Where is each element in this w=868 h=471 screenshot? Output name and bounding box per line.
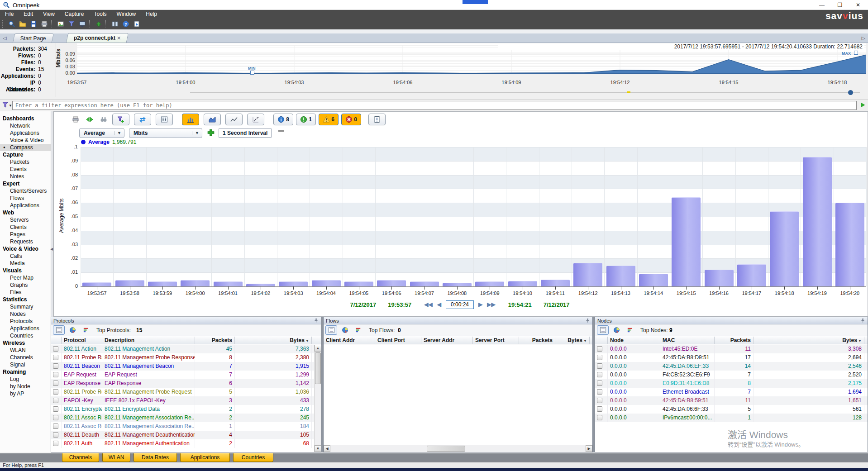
chart-bar-19:53:58[interactable] (115, 280, 144, 286)
scroll-up-icon[interactable]: ▲ (315, 345, 321, 352)
menu-item-view[interactable]: View (38, 10, 60, 19)
bar-sort-button[interactable] (353, 325, 364, 335)
chart-bar-19:54:11[interactable] (541, 280, 570, 286)
menu-item-help[interactable]: Help (141, 10, 162, 19)
filter-funnel-icon[interactable] (2, 101, 9, 109)
menu-item-file[interactable]: File (0, 10, 19, 19)
row-checkbox[interactable] (597, 363, 602, 369)
table-row[interactable]: 0.0.0.0E0:9D:31:41:E6:D882,175 (595, 379, 868, 388)
column-header-client_port[interactable]: Client Port (375, 337, 421, 344)
nodes-panel-title-bar[interactable]: Nodes (595, 317, 868, 324)
sidebar-item-calls[interactable]: Calls (0, 252, 51, 260)
table-row[interactable]: 802.11 Assoc Req802.11 Management Associ… (51, 422, 321, 431)
chart-bar-19:54:10[interactable] (508, 281, 537, 286)
table-row[interactable]: 802.11 Probe Rsp802.11 Management Probe … (51, 353, 321, 362)
timeline-scroll-handle[interactable] (848, 90, 853, 95)
column-header-bytes[interactable]: Bytes ▼ (555, 337, 590, 344)
info-events-button[interactable]: 8 (273, 114, 293, 125)
filter-funnel-icon[interactable] (67, 19, 76, 29)
column-header-packets[interactable]: Packets (519, 337, 555, 344)
sidebar-item-nodes[interactable]: Nodes (0, 310, 51, 318)
binoculars-icon[interactable] (98, 115, 109, 124)
sidebar-item-countries[interactable]: Countries (0, 332, 51, 339)
timeline-min-checkbox[interactable] (250, 71, 254, 75)
column-header-server_port[interactable]: Server Port (473, 337, 519, 344)
column-header-bytes[interactable]: Bytes ▼ (754, 337, 864, 344)
chevron-down-icon[interactable]: ▼ (192, 131, 202, 135)
chart-bar-19:54:20[interactable] (835, 203, 864, 286)
chart-bar-19:54:05[interactable] (344, 281, 373, 286)
scatter-chart-button[interactable] (247, 114, 264, 125)
menu-item-capture[interactable]: Capture (60, 10, 89, 19)
sidebar-item-compass[interactable]: Compass (0, 144, 51, 151)
table-row[interactable]: 0.0.0.0IPv6mcast:00:00:0...1128 (595, 414, 868, 422)
table-list-button[interactable] (53, 325, 65, 335)
bar-sort-button[interactable] (80, 325, 92, 335)
stat-tab-countries[interactable]: Countries (233, 453, 273, 462)
step-backward-fast-icon[interactable]: ◀◀ (424, 301, 432, 308)
sidebar-item-applications[interactable]: Applications (0, 325, 51, 332)
sidebar-item-applications[interactable]: Applications (0, 129, 51, 137)
chart-bar-19:54:04[interactable] (312, 280, 341, 286)
chart-bar-19:54:08[interactable] (443, 283, 472, 286)
step-forward-icon[interactable]: ▶ (478, 301, 482, 308)
area-chart-button[interactable] (204, 114, 221, 125)
sidebar-item-notes[interactable]: Notes (0, 173, 51, 180)
chart-bar-19:54:06[interactable] (377, 280, 406, 286)
chart-bar-19:54:14[interactable] (639, 274, 668, 286)
close-button[interactable]: ✕ (849, 0, 867, 10)
row-checkbox[interactable] (53, 381, 58, 386)
print-icon[interactable] (39, 19, 49, 29)
timeline-max-checkbox[interactable] (854, 51, 858, 55)
table-row[interactable]: 802.11 Beacon802.11 Management Beacon71,… (51, 362, 321, 371)
sidebar-item-graphs[interactable]: Graphs (0, 281, 51, 289)
table-row[interactable]: EAP RequestEAP Request71,299 (51, 371, 321, 379)
table-list-button[interactable] (597, 325, 609, 335)
units-dropdown[interactable]: Mbits▼ (129, 128, 202, 138)
document-tab-p2p-connect-pkt[interactable]: p2p connect.pkt ✕ (66, 33, 129, 43)
table-row[interactable]: 0.0.0.042:45:DA:B8:D9:51172,694 (595, 353, 868, 362)
pie-globe-button[interactable] (67, 325, 78, 335)
row-checkbox[interactable] (53, 389, 58, 395)
row-checkbox[interactable] (597, 381, 602, 386)
filter-dropdown-icon[interactable]: ▼ (9, 104, 12, 108)
sidebar-item-by-ap[interactable]: by AP (0, 390, 51, 397)
column-header-mac[interactable]: MAC (660, 337, 715, 344)
swap-arrows-button[interactable] (134, 114, 151, 125)
sidebar-item-clients-servers[interactable]: Clients/Servers (0, 187, 51, 195)
image-viewer-icon[interactable] (56, 19, 66, 29)
pie-globe-button[interactable] (610, 325, 622, 335)
scroll-left-icon[interactable]: ◀ (324, 445, 330, 452)
pie-globe-button[interactable] (339, 325, 351, 335)
table-row[interactable]: 0.0.0.0Ethernet Broadcast71,694 (595, 388, 868, 396)
column-header-packets[interactable]: Packets (715, 337, 754, 344)
row-checkbox[interactable] (597, 415, 602, 420)
help-circle-icon[interactable]: ? (121, 19, 131, 29)
open-file-icon[interactable] (18, 19, 28, 29)
add-series-icon[interactable] (207, 128, 215, 137)
save-icon[interactable] (29, 19, 38, 29)
row-checkbox[interactable] (53, 415, 58, 420)
table-row[interactable]: 802.11 Deauth802.11 Management Deauthent… (51, 431, 321, 439)
chart-bar-19:54:13[interactable] (606, 266, 635, 286)
bar-sort-button[interactable] (624, 325, 636, 335)
table-row[interactable]: 802.11 Assoc Rsp802.11 Management Associ… (51, 414, 321, 422)
window-tile-icon[interactable] (110, 19, 120, 29)
chart-bar-19:54:19[interactable] (803, 157, 832, 286)
column-header-description[interactable]: Description (102, 337, 195, 344)
pin-icon[interactable] (314, 318, 319, 323)
vertical-scrollbar[interactable]: ▲▼ (314, 345, 321, 452)
sidebar-item-media[interactable]: Media (0, 260, 51, 267)
filter-apply-icon[interactable] (860, 102, 866, 108)
column-header-client_addr[interactable]: Client Addr (324, 337, 375, 344)
flows-panel-title-bar[interactable]: Flows (324, 317, 592, 324)
table-row[interactable]: 0.0.0.042:45:DA:B8:59:51111,651 (595, 396, 868, 405)
table-row[interactable]: 0.0.0.042:45:DA:06:6F:335561 (595, 405, 868, 414)
scroll-thumb[interactable] (315, 352, 321, 384)
stat-tab-data-rates[interactable]: Data Rates (134, 453, 177, 462)
row-checkbox[interactable] (597, 372, 602, 377)
table-row[interactable]: EAP ResponseEAP Response61,142 (51, 379, 321, 388)
chart-bar-19:54:12[interactable] (573, 263, 602, 286)
menu-item-tools[interactable]: Tools (89, 10, 112, 19)
monitor-icon[interactable] (77, 19, 87, 29)
